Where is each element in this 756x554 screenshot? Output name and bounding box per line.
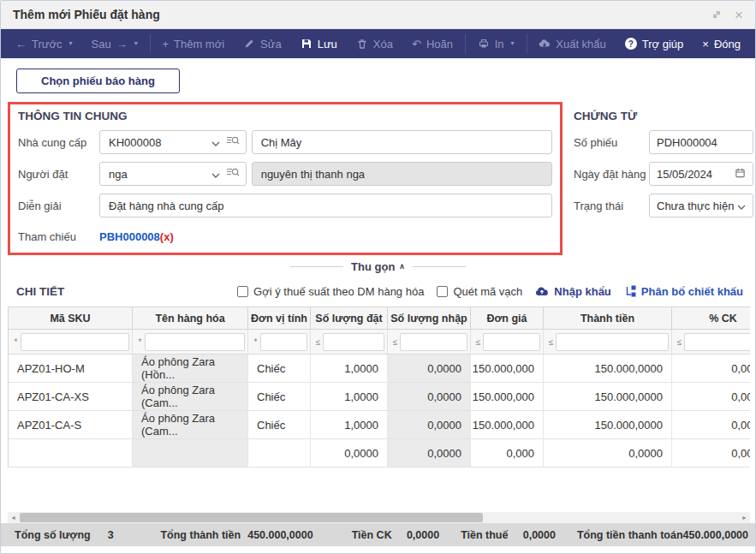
cell-qty-ordered[interactable]: 1,0000 (311, 411, 388, 439)
undo-button[interactable]: ↶ Hoãn (402, 29, 462, 58)
filter-input-unit[interactable] (260, 333, 307, 351)
scrollbar-thumb[interactable] (20, 513, 483, 522)
cell-sku[interactable]: APZ01-HO-M (9, 354, 133, 383)
orderer-combo[interactable]: nga (99, 162, 247, 186)
cell-qty-ordered[interactable]: 0,0000 (311, 439, 388, 468)
cell-sku[interactable]: APZ01-CA-XS (9, 383, 133, 411)
filter-input-amount[interactable] (556, 333, 669, 351)
cell-discount[interactable]: 0,0000 (672, 411, 750, 439)
chevron-down-icon[interactable] (211, 134, 220, 150)
calendar-icon[interactable] (735, 167, 746, 181)
total-qty-label: Tổng số lượng (15, 529, 91, 541)
column-header-qty-received[interactable]: Số lượng nhập (388, 307, 471, 330)
column-header-amount[interactable]: Thành tiền (544, 307, 672, 330)
chevron-down-icon (737, 200, 746, 212)
scroll-left-arrow-icon[interactable]: ◄ (8, 512, 19, 523)
lookup-search-icon[interactable] (226, 166, 240, 182)
cell-price[interactable]: 150.000,000 (471, 411, 544, 439)
column-header-sku[interactable]: Mã SKU (9, 307, 133, 330)
cell-name: Áo phông Zara (Cam... (133, 411, 248, 439)
order-date-field[interactable]: 15/05/2024 (649, 162, 753, 186)
total-amount-value: 450.000,0000 (247, 529, 313, 541)
cell-amount[interactable]: 0,0000 (544, 439, 672, 468)
doc-number-field[interactable]: PDH000004 (649, 130, 753, 154)
reference-remove-link[interactable]: (x) (160, 230, 174, 243)
cell-amount[interactable]: 150.000,0000 (544, 411, 672, 439)
filter-operator-icon[interactable]: ≤ (313, 337, 323, 347)
barcode-scan-checkbox[interactable]: Quét mã vạch (437, 285, 522, 298)
filter-input-qty-ordered[interactable] (323, 333, 384, 351)
orderer-name-field: nguyên thị thanh nga (252, 162, 552, 186)
cell-unit[interactable]: Chiếc (248, 354, 311, 383)
chevron-down-icon[interactable] (211, 166, 220, 182)
cell-unit[interactable] (248, 439, 311, 468)
cell-unit[interactable]: Chiếc (248, 411, 311, 439)
description-field[interactable]: Đặt hàng nhà cung cấp (99, 194, 552, 217)
checkbox-icon[interactable] (437, 286, 448, 297)
filter-operator-icon[interactable]: ≤ (390, 337, 400, 347)
cell-sku[interactable]: APZ01-CA-S (9, 411, 133, 439)
order-date-label: Ngày đặt hàng (574, 168, 649, 181)
column-header-name[interactable]: Tên hàng hóa (133, 307, 248, 330)
cell-discount[interactable]: 0,0000 (672, 383, 750, 411)
cell-price[interactable]: 150.000,000 (471, 383, 544, 411)
cell-unit[interactable]: Chiếc (248, 383, 311, 411)
cell-qty-ordered[interactable]: 1,0000 (311, 383, 388, 411)
column-header-unit[interactable]: Đơn vị tính (248, 307, 311, 330)
lookup-search-icon[interactable] (226, 134, 240, 150)
filter-input-discount[interactable] (684, 333, 750, 351)
horizontal-scrollbar[interactable]: ◄ ► (8, 512, 750, 523)
cell-discount[interactable]: 0,0000 (672, 439, 750, 468)
table-row-new[interactable]: 0,0000 0,0000 0,000 0,0000 0,0000 (9, 439, 750, 468)
export-button[interactable]: Xuất khẩu (529, 29, 616, 58)
table-row[interactable]: APZ01-CA-XS Áo phông Zara (Cam... Chiếc … (9, 383, 750, 411)
column-header-discount[interactable]: % CK (672, 307, 750, 330)
filter-operator-icon[interactable]: ≤ (675, 337, 684, 347)
filter-operator-icon[interactable]: * (251, 337, 260, 347)
filter-input-qty-received[interactable] (400, 333, 467, 351)
allocate-discount-link[interactable]: Phân bổ chiết khấu (624, 285, 743, 298)
cell-price[interactable]: 150.000,000 (471, 354, 544, 383)
cell-amount[interactable]: 150.000,0000 (544, 383, 672, 411)
next-button[interactable]: Sau → ▾ (82, 29, 147, 58)
table-row[interactable]: APZ01-HO-M Áo phông Zara (Hồn... Chiếc 1… (9, 354, 750, 383)
column-header-price[interactable]: Đơn giá (471, 307, 544, 330)
reference-link[interactable]: PBH000008 (99, 230, 160, 243)
filter-input-price[interactable] (483, 333, 540, 351)
checkbox-icon[interactable] (237, 286, 248, 297)
edit-button[interactable]: Sửa (234, 29, 291, 58)
choose-sales-quote-button[interactable]: Chọn phiếu báo hàng (16, 69, 180, 93)
filter-operator-icon[interactable]: * (135, 337, 145, 347)
close-dialog-button[interactable]: × Đóng (693, 29, 750, 58)
supplier-name-field[interactable]: Chị Mây (252, 130, 552, 154)
import-link[interactable]: Nhập khẩu (535, 285, 610, 298)
cell-amount[interactable]: 150.000,0000 (544, 354, 672, 383)
cell-qty-ordered[interactable]: 1,0000 (311, 354, 388, 383)
trash-icon (356, 38, 368, 50)
add-new-button[interactable]: + Thêm mới (152, 29, 234, 58)
delete-button[interactable]: Xóa (347, 29, 402, 58)
column-header-qty-ordered[interactable]: Số lượng đặt (311, 307, 388, 330)
collapse-toggle[interactable]: Thu gọn ∧ (351, 260, 405, 273)
cell-sku[interactable] (9, 439, 133, 468)
print-button[interactable]: In ▾ (468, 29, 524, 58)
cell-price[interactable]: 0,000 (471, 439, 544, 468)
resize-icon[interactable] (711, 9, 723, 21)
filter-input-sku[interactable] (21, 333, 129, 351)
status-select[interactable]: Chưa thực hiện (649, 194, 753, 217)
tax-suggest-checkbox[interactable]: Gợi ý thuế suất theo DM hàng hóa (237, 285, 424, 298)
prev-button[interactable]: ← Trước ▾ (6, 29, 82, 58)
close-icon[interactable]: × (735, 8, 743, 22)
supplier-combo[interactable]: KH000008 (99, 130, 247, 154)
table-row[interactable]: APZ01-CA-S Áo phông Zara (Cam... Chiếc 1… (9, 411, 750, 439)
allocate-icon (624, 285, 636, 297)
scroll-right-arrow-icon[interactable]: ► (739, 512, 750, 523)
save-button[interactable]: Lưu (291, 29, 347, 58)
filter-operator-icon[interactable]: ≤ (473, 337, 483, 347)
table-empty-area (1, 468, 755, 512)
cell-discount[interactable]: 0,0000 (672, 354, 750, 383)
help-button[interactable]: ? Trợ giúp (616, 29, 693, 58)
filter-operator-icon[interactable]: ≤ (546, 337, 556, 347)
filter-input-name[interactable] (145, 333, 245, 351)
filter-operator-icon[interactable]: * (11, 337, 21, 347)
